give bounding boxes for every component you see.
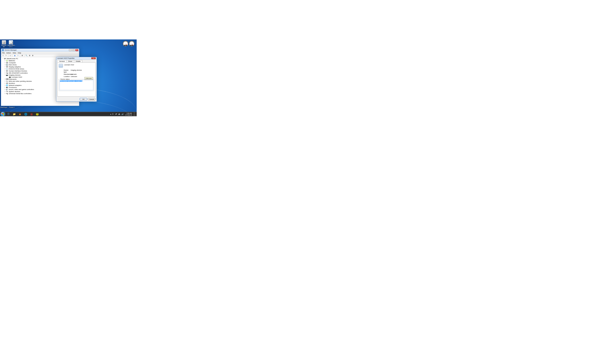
taskbar-ie[interactable]: ⓔ (6, 112, 11, 116)
separator (24, 55, 25, 57)
expand-arrow-icon[interactable]: ▷ (4, 60, 6, 61)
openoffice-icon: 📄 (9, 40, 13, 44)
expand-arrow-icon[interactable]: ▷ (4, 62, 6, 64)
tree-node-label: iManiKumar-PC (7, 58, 18, 59)
expand-arrow-icon[interactable]: ▷ (4, 70, 6, 72)
taskbar[interactable]: ⓔ 📁 ◉ 🌐 ▦ 🐸 ▴ 🏳 🗲 🖧 🔊 9:36 AM 17-Feb-13 (0, 112, 137, 116)
taskbar-explorer[interactable]: 📁 (12, 112, 17, 116)
category-icon: 🌐 (6, 84, 8, 86)
disable-button[interactable]: 🖥 (31, 54, 34, 57)
ok-button[interactable]: OK (80, 98, 87, 100)
desktop-icon-recycle-bin[interactable]: 🗑 Recycle Bin (0, 40, 7, 47)
tab-general[interactable]: General (57, 60, 66, 62)
properties-button[interactable]: ▮ (13, 54, 16, 57)
category-icon: ▣ (6, 86, 8, 88)
tree-node-label: DVD/CD-ROM drives (9, 68, 24, 70)
expand-arrow-icon[interactable]: ▷ (4, 86, 6, 88)
device-scanner-icon (59, 64, 63, 68)
tray-overflow-chevron-icon[interactable]: ▴ (110, 113, 111, 115)
desktop-icon-openoffice[interactable]: 📄 OpenOffice... 3.4.1 (7, 40, 14, 47)
cpu-gadget[interactable]: 01% 33% (123, 41, 135, 47)
desktop-icon-picasa[interactable]: Picasa 3 (8, 107, 15, 108)
back-button[interactable]: ⮜ (2, 54, 5, 57)
device-name: Lexmark X422 (64, 64, 74, 68)
taskbar-media-player[interactable]: ◉ (17, 112, 23, 116)
tab-driver[interactable]: Driver (66, 60, 74, 62)
value-location: Unknown (71, 76, 77, 78)
category-icon: 💽 (6, 64, 8, 65)
tab-details[interactable]: Details (74, 60, 82, 62)
expand-arrow-icon[interactable]: ▷ (4, 66, 6, 68)
category-icon: 🖥 (6, 82, 8, 84)
folder-icon: 📁 (13, 113, 16, 116)
tree-node-label: Universal Serial Bus controllers (9, 93, 32, 95)
tab-strip: General Driver Details (56, 59, 97, 62)
expand-arrow-icon[interactable]: ▷ (4, 72, 6, 74)
label-device-type: Device type: (59, 69, 71, 73)
category-icon: 🖥 (6, 66, 8, 68)
collapse-arrow-icon[interactable]: ▿ (2, 58, 4, 59)
taskbar-download-manager[interactable]: 🐸 (34, 112, 40, 116)
network-icon[interactable]: 🖧 (118, 113, 120, 115)
menu-help[interactable]: Help (18, 52, 21, 54)
show-desktop-button[interactable] (134, 112, 135, 117)
toolbar: ⮜ ⮞ ▭ ▮ ? 🖥 🔧 🖥 🖥 (1, 54, 79, 57)
minimize-button[interactable]: ─ (69, 49, 72, 51)
expand-arrow-icon[interactable]: ▷ (4, 93, 6, 94)
start-button[interactable] (0, 112, 5, 117)
tree-node-label: IDE ATA/ATAPI controllers (9, 72, 28, 74)
desktop-icon-label: Picasa 3 (8, 107, 15, 108)
show-hide-tree-button[interactable]: ▭ (9, 54, 12, 57)
category-icon: 🖱 (6, 80, 8, 82)
expand-arrow-icon[interactable]: ▷ (4, 84, 6, 86)
power-icon[interactable]: 🗲 (115, 113, 117, 115)
window-title: Device Manager (5, 49, 17, 51)
category-icon: 🎛 (6, 70, 8, 72)
dialog-title: Lexmark X422 Properties (57, 57, 75, 59)
taskbar-app-red[interactable]: ▦ (29, 112, 34, 116)
expand-arrow-icon[interactable]: ▷ (4, 89, 6, 90)
expand-arrow-icon[interactable]: ▷ (4, 78, 6, 80)
category-icon: 🔌 (6, 72, 8, 74)
update-driver-button[interactable]: 🔧 (25, 54, 28, 57)
scan-hardware-button[interactable]: 🖥 (21, 54, 24, 57)
menu-file[interactable]: File (2, 52, 5, 54)
tree-node-label: Display adapters (9, 66, 21, 68)
maximize-button[interactable]: ☐ (72, 49, 75, 51)
dialog-titlebar[interactable]: Lexmark X422 Properties ✕ (56, 57, 97, 59)
expand-arrow-icon[interactable]: ▷ (4, 68, 6, 70)
menu-action[interactable]: Action (6, 52, 11, 54)
forward-button[interactable]: ⮞ (5, 54, 8, 57)
help-button[interactable]: ? (16, 54, 19, 57)
cpu-meter-icon: 01% (123, 41, 128, 46)
close-button[interactable]: ✕ (75, 49, 78, 51)
tree-node-label: Computer (9, 62, 16, 64)
separator (20, 55, 20, 57)
separator (13, 55, 13, 57)
expand-arrow-icon[interactable]: ▷ (4, 91, 6, 92)
volume-icon[interactable]: 🔊 (121, 113, 124, 115)
taskbar-clock[interactable]: 9:36 AM 17-Feb-13 (125, 113, 132, 116)
device-status-textbox[interactable]: This device cannot start. (Code 10) (59, 80, 93, 90)
system-tray[interactable]: ▴ 🏳 🗲 🖧 🔊 9:36 AM 17-Feb-13 (110, 112, 137, 117)
menu-view[interactable]: View (13, 52, 16, 54)
device-status-group: Device status This device cannot start. … (59, 79, 94, 91)
clock-date: 17-Feb-13 (125, 114, 132, 116)
tree-node-label: System devices (9, 91, 20, 92)
desktop-icon-label: RealPlayer (0, 107, 7, 108)
close-button[interactable]: ✕ (91, 57, 96, 59)
action-center-icon[interactable]: 🏳 (112, 113, 114, 115)
window-titlebar[interactable]: Device Manager ─ ☐ ✕ (1, 49, 79, 52)
taskbar-chrome[interactable]: 🌐 (23, 112, 28, 116)
desktop[interactable]: 🗑 Recycle Bin 📄 OpenOffice... 3.4.1 Real… (0, 39, 137, 116)
desktop-icon-realplayer[interactable]: RealPlayer (0, 107, 7, 108)
expand-arrow-icon[interactable]: ▷ (4, 64, 6, 65)
expand-arrow-icon[interactable]: ▷ (4, 82, 6, 84)
expand-arrow-icon[interactable]: ▷ (4, 80, 6, 82)
uninstall-button[interactable]: 🖥 (28, 54, 31, 57)
expand-arrow-icon[interactable]: ▿ (4, 74, 6, 76)
recycle-bin-icon: 🗑 (2, 40, 6, 44)
device-properties-dialog[interactable]: Lexmark X422 Properties ✕ General Driver… (56, 57, 97, 102)
cancel-button[interactable]: Cancel (88, 98, 95, 100)
windows-logo-icon (1, 113, 4, 116)
